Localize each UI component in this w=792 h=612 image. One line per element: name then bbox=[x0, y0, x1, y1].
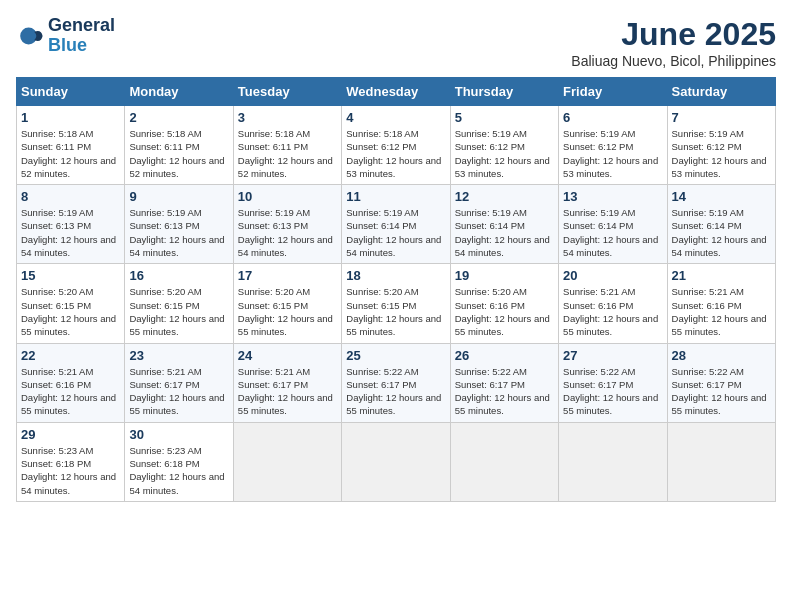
day-number: 29 bbox=[21, 427, 120, 442]
calendar-week-row: 22 Sunrise: 5:21 AM Sunset: 6:16 PM Dayl… bbox=[17, 343, 776, 422]
day-info: Sunrise: 5:22 AM Sunset: 6:17 PM Dayligh… bbox=[455, 365, 554, 418]
calendar-cell: 11 Sunrise: 5:19 AM Sunset: 6:14 PM Dayl… bbox=[342, 185, 450, 264]
calendar-cell: 30 Sunrise: 5:23 AM Sunset: 6:18 PM Dayl… bbox=[125, 422, 233, 501]
calendar-cell: 19 Sunrise: 5:20 AM Sunset: 6:16 PM Dayl… bbox=[450, 264, 558, 343]
calendar-week-row: 29 Sunrise: 5:23 AM Sunset: 6:18 PM Dayl… bbox=[17, 422, 776, 501]
calendar-week-row: 8 Sunrise: 5:19 AM Sunset: 6:13 PM Dayli… bbox=[17, 185, 776, 264]
day-info: Sunrise: 5:20 AM Sunset: 6:15 PM Dayligh… bbox=[21, 285, 120, 338]
calendar-week-row: 1 Sunrise: 5:18 AM Sunset: 6:11 PM Dayli… bbox=[17, 106, 776, 185]
calendar-cell: 4 Sunrise: 5:18 AM Sunset: 6:12 PM Dayli… bbox=[342, 106, 450, 185]
day-info: Sunrise: 5:21 AM Sunset: 6:16 PM Dayligh… bbox=[21, 365, 120, 418]
day-info: Sunrise: 5:20 AM Sunset: 6:15 PM Dayligh… bbox=[346, 285, 445, 338]
calendar-cell: 1 Sunrise: 5:18 AM Sunset: 6:11 PM Dayli… bbox=[17, 106, 125, 185]
calendar-cell: 12 Sunrise: 5:19 AM Sunset: 6:14 PM Dayl… bbox=[450, 185, 558, 264]
day-info: Sunrise: 5:19 AM Sunset: 6:14 PM Dayligh… bbox=[346, 206, 445, 259]
calendar-cell: 13 Sunrise: 5:19 AM Sunset: 6:14 PM Dayl… bbox=[559, 185, 667, 264]
calendar-cell: 28 Sunrise: 5:22 AM Sunset: 6:17 PM Dayl… bbox=[667, 343, 775, 422]
day-number: 23 bbox=[129, 348, 228, 363]
header-tuesday: Tuesday bbox=[233, 78, 341, 106]
calendar-cell: 10 Sunrise: 5:19 AM Sunset: 6:13 PM Dayl… bbox=[233, 185, 341, 264]
day-info: Sunrise: 5:21 AM Sunset: 6:17 PM Dayligh… bbox=[238, 365, 337, 418]
day-number: 3 bbox=[238, 110, 337, 125]
day-number: 6 bbox=[563, 110, 662, 125]
calendar-cell: 27 Sunrise: 5:22 AM Sunset: 6:17 PM Dayl… bbox=[559, 343, 667, 422]
day-info: Sunrise: 5:21 AM Sunset: 6:16 PM Dayligh… bbox=[563, 285, 662, 338]
day-number: 27 bbox=[563, 348, 662, 363]
calendar-title: June 2025 bbox=[571, 16, 776, 53]
day-number: 16 bbox=[129, 268, 228, 283]
day-info: Sunrise: 5:18 AM Sunset: 6:11 PM Dayligh… bbox=[129, 127, 228, 180]
day-number: 20 bbox=[563, 268, 662, 283]
calendar-week-row: 15 Sunrise: 5:20 AM Sunset: 6:15 PM Dayl… bbox=[17, 264, 776, 343]
header-saturday: Saturday bbox=[667, 78, 775, 106]
calendar-cell: 23 Sunrise: 5:21 AM Sunset: 6:17 PM Dayl… bbox=[125, 343, 233, 422]
day-info: Sunrise: 5:19 AM Sunset: 6:12 PM Dayligh… bbox=[672, 127, 771, 180]
day-number: 4 bbox=[346, 110, 445, 125]
day-info: Sunrise: 5:18 AM Sunset: 6:11 PM Dayligh… bbox=[21, 127, 120, 180]
calendar-cell: 25 Sunrise: 5:22 AM Sunset: 6:17 PM Dayl… bbox=[342, 343, 450, 422]
day-number: 17 bbox=[238, 268, 337, 283]
day-info: Sunrise: 5:18 AM Sunset: 6:11 PM Dayligh… bbox=[238, 127, 337, 180]
calendar-cell: 22 Sunrise: 5:21 AM Sunset: 6:16 PM Dayl… bbox=[17, 343, 125, 422]
weekday-header-row: Sunday Monday Tuesday Wednesday Thursday… bbox=[17, 78, 776, 106]
page-header: General Blue June 2025 Baliuag Nuevo, Bi… bbox=[16, 16, 776, 69]
header-thursday: Thursday bbox=[450, 78, 558, 106]
day-number: 24 bbox=[238, 348, 337, 363]
calendar-cell: 26 Sunrise: 5:22 AM Sunset: 6:17 PM Dayl… bbox=[450, 343, 558, 422]
day-info: Sunrise: 5:20 AM Sunset: 6:15 PM Dayligh… bbox=[129, 285, 228, 338]
day-number: 22 bbox=[21, 348, 120, 363]
calendar-cell: 15 Sunrise: 5:20 AM Sunset: 6:15 PM Dayl… bbox=[17, 264, 125, 343]
day-info: Sunrise: 5:19 AM Sunset: 6:12 PM Dayligh… bbox=[563, 127, 662, 180]
calendar-cell: 5 Sunrise: 5:19 AM Sunset: 6:12 PM Dayli… bbox=[450, 106, 558, 185]
day-info: Sunrise: 5:21 AM Sunset: 6:17 PM Dayligh… bbox=[129, 365, 228, 418]
svg-point-0 bbox=[20, 27, 37, 44]
calendar-subtitle: Baliuag Nuevo, Bicol, Philippines bbox=[571, 53, 776, 69]
header-friday: Friday bbox=[559, 78, 667, 106]
day-number: 13 bbox=[563, 189, 662, 204]
day-info: Sunrise: 5:19 AM Sunset: 6:13 PM Dayligh… bbox=[129, 206, 228, 259]
calendar-cell bbox=[667, 422, 775, 501]
calendar-cell bbox=[233, 422, 341, 501]
header-monday: Monday bbox=[125, 78, 233, 106]
day-number: 21 bbox=[672, 268, 771, 283]
calendar-cell: 6 Sunrise: 5:19 AM Sunset: 6:12 PM Dayli… bbox=[559, 106, 667, 185]
day-number: 12 bbox=[455, 189, 554, 204]
header-sunday: Sunday bbox=[17, 78, 125, 106]
calendar-cell: 24 Sunrise: 5:21 AM Sunset: 6:17 PM Dayl… bbox=[233, 343, 341, 422]
day-number: 9 bbox=[129, 189, 228, 204]
day-info: Sunrise: 5:19 AM Sunset: 6:13 PM Dayligh… bbox=[21, 206, 120, 259]
day-info: Sunrise: 5:23 AM Sunset: 6:18 PM Dayligh… bbox=[129, 444, 228, 497]
day-number: 10 bbox=[238, 189, 337, 204]
calendar-cell: 9 Sunrise: 5:19 AM Sunset: 6:13 PM Dayli… bbox=[125, 185, 233, 264]
logo-text: General Blue bbox=[48, 16, 115, 56]
logo-icon bbox=[16, 22, 44, 50]
day-number: 14 bbox=[672, 189, 771, 204]
day-number: 11 bbox=[346, 189, 445, 204]
day-number: 2 bbox=[129, 110, 228, 125]
day-number: 15 bbox=[21, 268, 120, 283]
day-number: 26 bbox=[455, 348, 554, 363]
calendar-cell: 2 Sunrise: 5:18 AM Sunset: 6:11 PM Dayli… bbox=[125, 106, 233, 185]
logo: General Blue bbox=[16, 16, 115, 56]
day-number: 30 bbox=[129, 427, 228, 442]
calendar-cell: 14 Sunrise: 5:19 AM Sunset: 6:14 PM Dayl… bbox=[667, 185, 775, 264]
day-info: Sunrise: 5:19 AM Sunset: 6:14 PM Dayligh… bbox=[455, 206, 554, 259]
calendar-cell: 21 Sunrise: 5:21 AM Sunset: 6:16 PM Dayl… bbox=[667, 264, 775, 343]
calendar-cell: 3 Sunrise: 5:18 AM Sunset: 6:11 PM Dayli… bbox=[233, 106, 341, 185]
day-number: 1 bbox=[21, 110, 120, 125]
title-area: June 2025 Baliuag Nuevo, Bicol, Philippi… bbox=[571, 16, 776, 69]
day-info: Sunrise: 5:22 AM Sunset: 6:17 PM Dayligh… bbox=[346, 365, 445, 418]
header-wednesday: Wednesday bbox=[342, 78, 450, 106]
day-info: Sunrise: 5:19 AM Sunset: 6:14 PM Dayligh… bbox=[563, 206, 662, 259]
day-info: Sunrise: 5:19 AM Sunset: 6:12 PM Dayligh… bbox=[455, 127, 554, 180]
day-info: Sunrise: 5:21 AM Sunset: 6:16 PM Dayligh… bbox=[672, 285, 771, 338]
calendar-table: Sunday Monday Tuesday Wednesday Thursday… bbox=[16, 77, 776, 502]
day-number: 18 bbox=[346, 268, 445, 283]
calendar-cell: 20 Sunrise: 5:21 AM Sunset: 6:16 PM Dayl… bbox=[559, 264, 667, 343]
calendar-cell: 7 Sunrise: 5:19 AM Sunset: 6:12 PM Dayli… bbox=[667, 106, 775, 185]
calendar-cell: 8 Sunrise: 5:19 AM Sunset: 6:13 PM Dayli… bbox=[17, 185, 125, 264]
calendar-cell bbox=[450, 422, 558, 501]
day-info: Sunrise: 5:18 AM Sunset: 6:12 PM Dayligh… bbox=[346, 127, 445, 180]
day-number: 8 bbox=[21, 189, 120, 204]
day-info: Sunrise: 5:23 AM Sunset: 6:18 PM Dayligh… bbox=[21, 444, 120, 497]
